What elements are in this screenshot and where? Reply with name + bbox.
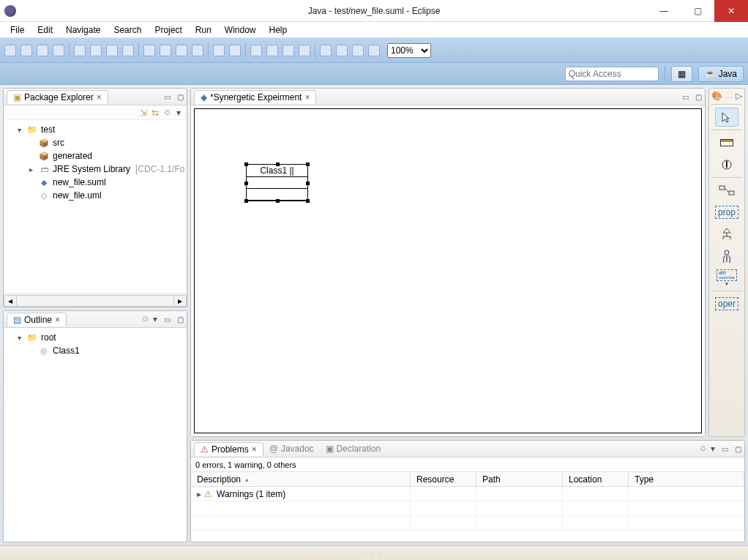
link-editor-icon[interactable]: ⇆ — [152, 108, 159, 118]
expand-icon[interactable]: ▾ — [15, 334, 23, 342]
palette-realize-tool[interactable]: (I) — [715, 247, 738, 266]
forward-icon[interactable] — [229, 45, 241, 56]
tab-javadoc[interactable]: @Javadoc — [263, 444, 320, 454]
search-icon[interactable] — [192, 45, 203, 56]
maximize-view-icon[interactable]: ▢ — [175, 314, 185, 324]
col-location[interactable]: Location — [563, 472, 629, 486]
col-description[interactable]: Description▴ — [191, 472, 411, 486]
view-tool-icon[interactable]: ⛭ — [699, 444, 708, 454]
menu-search[interactable]: Search — [108, 23, 147, 37]
menu-file[interactable]: File — [4, 23, 30, 37]
resize-handle[interactable] — [276, 199, 280, 203]
resize-handle[interactable] — [244, 163, 248, 166]
package-explorer-tree[interactable]: ▾ 📁 test 📦 src 📦 generated ▸🗃 JRE System… — [4, 120, 187, 294]
scroll-right-icon[interactable]: ▸ — [173, 295, 187, 307]
menu-project[interactable]: Project — [149, 23, 187, 37]
scroll-left-icon[interactable]: ◂ — [4, 295, 17, 307]
save-all-icon[interactable] — [37, 45, 48, 56]
view-menu-icon[interactable]: ▾ — [153, 314, 157, 324]
resize-handle[interactable] — [244, 199, 248, 203]
class-attr-compartment[interactable] — [247, 177, 307, 189]
layout-icon[interactable] — [299, 45, 310, 56]
view-menu-icon[interactable]: ▾ — [176, 108, 181, 118]
align-left-icon[interactable] — [250, 45, 262, 56]
palette-association-tool[interactable] — [715, 181, 738, 200]
view-menu-icon[interactable]: ▾ — [711, 444, 715, 454]
palette-interface-tool[interactable]: I — [715, 155, 738, 174]
tree-file-suml[interactable]: ◆ new_file.suml — [7, 176, 185, 189]
tab-outline[interactable]: ▤ Outline × — [7, 313, 67, 326]
resize-handle[interactable] — [306, 199, 310, 203]
tree-file-uml[interactable]: ◇ new_file.uml — [7, 189, 185, 202]
palette-attr-tool[interactable]: attr override ▾ — [715, 269, 738, 288]
maximize-view-icon[interactable]: ▢ — [693, 92, 703, 102]
tab-problems[interactable]: ⚠ Problems × — [194, 442, 263, 456]
new-icon[interactable] — [4, 45, 16, 56]
palette-select-tool[interactable] — [715, 108, 738, 127]
uml-class-node[interactable]: Class1 || — [246, 164, 308, 201]
resize-handle[interactable] — [244, 182, 248, 185]
menu-run[interactable]: Run — [190, 23, 217, 37]
tree-src[interactable]: 📦 src — [7, 136, 185, 149]
resize-handle[interactable] — [276, 163, 280, 166]
outline-root[interactable]: ▾ 📁 root — [7, 331, 185, 344]
menu-edit[interactable]: Edit — [31, 23, 59, 37]
maximize-view-icon[interactable]: ▢ — [175, 92, 185, 102]
grid-icon[interactable] — [352, 45, 364, 56]
col-type[interactable]: Type — [629, 472, 744, 486]
tab-declaration[interactable]: ▣Declaration — [320, 444, 387, 454]
align-center-icon[interactable] — [266, 45, 278, 56]
print-icon[interactable] — [53, 45, 64, 56]
maximize-view-icon[interactable]: ▢ — [733, 444, 743, 454]
expand-icon[interactable]: ▸ — [27, 165, 35, 173]
minimize-view-icon[interactable]: ▭ — [162, 314, 172, 324]
close-tab-icon[interactable]: × — [97, 92, 102, 102]
palette-menu-icon[interactable]: … — [726, 93, 732, 100]
collapse-all-icon[interactable]: ⇲ — [140, 108, 147, 118]
palette-paint-icon[interactable]: 🎨 — [711, 91, 722, 101]
new-package-icon[interactable] — [143, 45, 155, 56]
resize-handle[interactable] — [306, 163, 310, 166]
new-class-icon[interactable] — [160, 45, 171, 56]
horizontal-scrollbar[interactable]: ◂ ▸ — [4, 294, 187, 307]
tree-jre[interactable]: ▸🗃 JRE System Library [CDC-1.1/Fo — [7, 163, 185, 176]
menu-window[interactable]: Window — [219, 23, 262, 37]
save-icon[interactable] — [20, 45, 32, 56]
minimize-view-icon[interactable]: ▭ — [719, 444, 730, 454]
menu-navigate[interactable]: Navigate — [60, 23, 106, 37]
filter-icon[interactable]: ⛭ — [163, 108, 172, 118]
close-tab-icon[interactable]: × — [55, 315, 60, 325]
col-resource[interactable]: Resource — [411, 472, 476, 486]
resize-handle[interactable] — [306, 182, 310, 185]
tree-project[interactable]: ▾ 📁 test — [7, 123, 185, 136]
coverage-icon[interactable] — [122, 45, 134, 56]
perspective-java[interactable]: ☕ Java — [698, 66, 744, 82]
palette-expand-icon[interactable]: ▷ — [736, 91, 742, 101]
close-tab-icon[interactable]: × — [304, 92, 310, 102]
col-path[interactable]: Path — [476, 472, 563, 486]
tree-generated[interactable]: 📦 generated — [7, 149, 185, 163]
outline-tree[interactable]: ▾ 📁 root ◎ Class1 — [4, 328, 187, 542]
tab-editor[interactable]: ◆ *Synergetic Expeirment × — [194, 90, 316, 104]
quick-access-input[interactable] — [565, 67, 659, 81]
palette-class-tool[interactable] — [715, 133, 738, 152]
minimize-view-icon[interactable]: ▭ — [162, 92, 172, 102]
open-perspective-button[interactable]: ▦ — [671, 66, 692, 82]
expand-icon[interactable]: ▸ — [197, 489, 201, 499]
close-tab-icon[interactable]: × — [252, 444, 257, 455]
tab-package-explorer[interactable]: ▣ Package Explorer × — [7, 90, 108, 104]
debug-icon[interactable] — [74, 45, 86, 56]
open-type-icon[interactable] — [176, 45, 187, 56]
run-last-icon[interactable] — [106, 45, 118, 56]
class-name-compartment[interactable]: Class1 || — [247, 165, 307, 177]
snap-icon[interactable] — [368, 45, 380, 56]
palette-prop-tool[interactable]: prop — [715, 203, 738, 222]
run-icon[interactable] — [90, 45, 102, 56]
outline-tool-icon[interactable]: ⛭ — [141, 314, 150, 324]
pin-icon[interactable] — [320, 45, 332, 56]
zoom-select[interactable]: 100% — [387, 43, 431, 58]
minimize-view-icon[interactable]: ▭ — [680, 92, 690, 102]
align-right-icon[interactable] — [283, 45, 294, 56]
back-icon[interactable] — [213, 45, 225, 56]
diagram-canvas[interactable]: Class1 || — [191, 105, 705, 436]
